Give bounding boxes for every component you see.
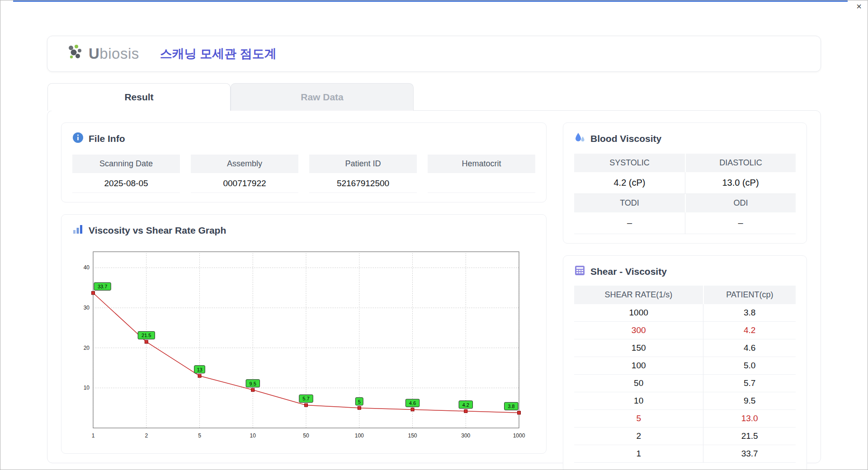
patient-viscosity-cell: 4.6 <box>703 339 796 357</box>
ubiosis-logo: Ubiosis <box>66 44 139 64</box>
shear-rate-cell: 1000 <box>574 304 703 322</box>
patient-viscosity-cell: 3.8 <box>703 304 796 322</box>
svg-text:300: 300 <box>461 432 470 439</box>
field-scanning-date: Scanning Date 2025-08-05 <box>72 155 180 193</box>
svg-text:10: 10 <box>250 432 256 439</box>
column-header-patient: PATIENT(cp) <box>703 286 796 304</box>
field-label: Patient ID <box>309 155 417 173</box>
table-row: 10003.8 <box>574 304 796 322</box>
tab-bar: Result Raw Data <box>47 83 414 111</box>
svg-text:150: 150 <box>408 432 417 439</box>
table-row: 1005.0 <box>574 357 796 375</box>
field-value: 000717922 <box>191 173 298 193</box>
shear-viscosity-card: Shear - Viscosity SHEAR RATE(1/s) PATIEN… <box>563 255 807 470</box>
svg-text:9.5: 9.5 <box>250 381 256 386</box>
svg-text:5: 5 <box>358 399 361 404</box>
blood-viscosity-grid: SYSTOLIC DIASTOLIC 4.2 (cP) 13.0 (cP) TO… <box>574 154 796 234</box>
svg-text:5.7: 5.7 <box>302 396 309 401</box>
ubiosis-logo-icon <box>66 44 85 64</box>
app-header: Ubiosis 스캐닝 모세관 점도계 <box>47 36 821 72</box>
blood-viscosity-title: Blood Viscosity <box>590 133 661 144</box>
blood-viscosity-card: Blood Viscosity SYSTOLIC DIASTOLIC 4.2 (… <box>563 122 807 244</box>
svg-text:4.2: 4.2 <box>462 402 469 408</box>
file-info-fields: Scanning Date 2025-08-05 Assembly 000717… <box>72 155 535 193</box>
field-hematocrit: Hematocrit <box>428 155 535 193</box>
shear-rate-cell: 100 <box>574 357 703 375</box>
table-row: 1504.6 <box>574 339 796 357</box>
top-accent-bar <box>13 0 848 2</box>
svg-text:100: 100 <box>355 432 364 439</box>
field-label: Scanning Date <box>72 155 180 173</box>
grid-table-icon <box>574 265 585 278</box>
shear-table-body: 10003.83004.21504.61005.0505.7109.5513.0… <box>574 304 796 463</box>
graph-title: Viscosity vs Shear Rate Graph <box>89 225 226 236</box>
svg-text:2: 2 <box>145 432 148 439</box>
field-label: Assembly <box>191 155 298 173</box>
svg-text:3.8: 3.8 <box>508 404 514 409</box>
svg-text:1000: 1000 <box>513 432 525 439</box>
metric-label-systolic: SYSTOLIC <box>574 154 685 172</box>
shear-rate-cell: 5 <box>574 410 703 428</box>
svg-text:40: 40 <box>84 264 90 271</box>
shear-rate-cell: 300 <box>574 322 703 339</box>
shear-viscosity-title: Shear - Viscosity <box>590 266 667 277</box>
tab-result[interactable]: Result <box>47 83 231 111</box>
table-row: 505.7 <box>574 375 796 392</box>
metric-value-odi: – <box>685 212 796 234</box>
svg-text:20: 20 <box>84 345 90 351</box>
file-info-card: File Info Scanning Date 2025-08-05 Assem… <box>61 122 547 202</box>
chart-area: 102030401251050100150300100033.721.5139.… <box>72 244 535 444</box>
right-column: Blood Viscosity SYSTOLIC DIASTOLIC 4.2 (… <box>563 122 807 470</box>
patient-viscosity-cell: 13.0 <box>703 410 796 428</box>
viscosity-graph-card: Viscosity vs Shear Rate Graph 1020304012… <box>61 214 547 454</box>
svg-text:5: 5 <box>198 432 201 439</box>
field-patient-id: Patient ID 52167912500 <box>309 155 417 193</box>
shear-rate-cell: 150 <box>574 339 703 357</box>
close-icon[interactable]: × <box>856 2 862 11</box>
info-icon <box>72 132 84 146</box>
svg-text:30: 30 <box>84 305 90 311</box>
patient-viscosity-cell: 9.5 <box>703 392 796 410</box>
table-row: 221.5 <box>574 428 796 445</box>
page-title: 스캐닝 모세관 점도계 <box>160 46 277 62</box>
patient-viscosity-cell: 5.7 <box>703 375 796 392</box>
metric-value-diastolic: 13.0 (cP) <box>685 172 796 194</box>
left-column: File Info Scanning Date 2025-08-05 Assem… <box>61 122 547 470</box>
shear-rate-cell: 10 <box>574 392 703 410</box>
table-row: 513.0 <box>574 410 796 428</box>
metric-value-systolic: 4.2 (cP) <box>574 172 685 194</box>
shear-rate-cell: 50 <box>574 375 703 392</box>
shear-viscosity-table: SHEAR RATE(1/s) PATIENT(cp) 10003.83004.… <box>574 286 796 463</box>
metric-value-todi: – <box>574 212 685 234</box>
table-row: 3004.2 <box>574 322 796 339</box>
field-value: 2025-08-05 <box>72 173 180 193</box>
patient-viscosity-cell: 21.5 <box>703 428 796 445</box>
column-header-shear-rate: SHEAR RATE(1/s) <box>574 286 703 304</box>
blood-drop-icon <box>574 132 585 146</box>
bar-chart-icon <box>72 224 84 237</box>
tab-raw-data[interactable]: Raw Data <box>231 83 414 111</box>
svg-text:50: 50 <box>303 432 309 439</box>
table-row: 133.7 <box>574 445 796 463</box>
svg-text:4.6: 4.6 <box>409 400 416 406</box>
viscosity-chart: 102030401251050100150300100033.721.5139.… <box>74 244 526 442</box>
result-panel: File Info Scanning Date 2025-08-05 Assem… <box>47 110 821 463</box>
field-label: Hematocrit <box>428 155 535 173</box>
field-value <box>428 173 535 193</box>
svg-text:10: 10 <box>84 385 90 391</box>
shear-rate-cell: 2 <box>574 428 703 445</box>
metric-label-odi: ODI <box>685 194 796 212</box>
table-row: 109.5 <box>574 392 796 410</box>
metric-label-diastolic: DIASTOLIC <box>685 154 796 172</box>
patient-viscosity-cell: 5.0 <box>703 357 796 375</box>
field-value: 52167912500 <box>309 173 417 193</box>
field-assembly: Assembly 000717922 <box>191 155 298 193</box>
svg-text:13: 13 <box>197 367 202 372</box>
patient-viscosity-cell: 33.7 <box>703 445 796 463</box>
brand-name: Ubiosis <box>89 45 139 62</box>
svg-text:33.7: 33.7 <box>98 284 107 289</box>
svg-text:1: 1 <box>92 432 95 439</box>
shear-rate-cell: 1 <box>574 445 703 463</box>
svg-text:21.5: 21.5 <box>142 333 151 338</box>
patient-viscosity-cell: 4.2 <box>703 322 796 339</box>
